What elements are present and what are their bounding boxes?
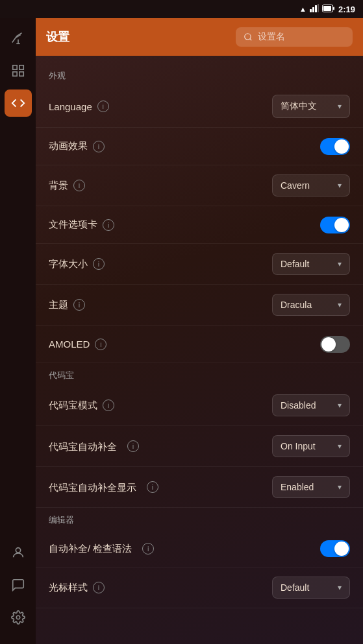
setting-label-wrap-codebook-mode: 代码宝模式 i <box>49 400 272 412</box>
info-icon-amoled[interactable]: i <box>95 339 106 350</box>
svg-rect-1 <box>312 7 314 12</box>
setting-control-font-size: Default ▾ <box>272 253 350 275</box>
setting-label-wrap-amoled: AMOLED i <box>49 339 320 350</box>
setting-label-font-size: 字体大小 <box>49 258 88 270</box>
dropdown-language[interactable]: 简体中文 ▾ <box>272 95 350 118</box>
sidebar-bottom <box>5 539 32 631</box>
info-icon-background[interactable]: i <box>73 180 85 191</box>
sidebar-item-person[interactable] <box>5 539 32 566</box>
sidebar-item-chat[interactable] <box>5 571 32 599</box>
setting-label-wrap: Language i <box>49 101 272 112</box>
setting-label-background: 背景 <box>49 180 68 192</box>
dropdown-codebook-autocomplete[interactable]: On Input ▾ <box>272 435 350 457</box>
setting-label-codebook-mode: 代码宝模式 <box>49 400 97 412</box>
info-icon-language[interactable]: i <box>97 101 109 112</box>
info-icon-animation[interactable]: i <box>93 141 105 152</box>
chevron-down-icon-codebook-mode: ▾ <box>338 401 342 410</box>
info-icon-font-size[interactable]: i <box>93 258 105 270</box>
dropdown-codebook-autocomplete-display[interactable]: Enabled ▾ <box>272 476 350 498</box>
dropdown-value-language: 简体中文 <box>281 101 332 112</box>
toggle-autocomplete-syntax[interactable] <box>320 540 350 557</box>
svg-rect-5 <box>323 6 331 11</box>
svg-line-19 <box>250 39 252 41</box>
page-title: 设置 <box>46 29 228 45</box>
status-icons: ▲ 2:19 <box>299 4 355 14</box>
setting-control-codebook-autocomplete: On Input ▾ <box>272 435 350 457</box>
setting-row-codebook-mode: 代码宝模式 i Disabled ▾ <box>36 385 363 426</box>
setting-label-codebook-autocomplete: 代码宝自动补全 <box>49 440 117 453</box>
dropdown-font-size[interactable]: Default ▾ <box>272 253 350 275</box>
info-icon-file-tab[interactable]: i <box>103 219 114 231</box>
main-layout: 设置 设置名 外观 Language i 简体 <box>0 18 363 644</box>
wifi-icon: ▲ <box>299 5 307 13</box>
setting-control-amoled <box>320 336 350 353</box>
svg-point-16 <box>16 548 20 553</box>
dropdown-background[interactable]: Cavern ▾ <box>272 174 350 197</box>
svg-point-18 <box>245 34 251 40</box>
search-placeholder: 设置名 <box>258 31 285 43</box>
svg-rect-2 <box>315 5 317 12</box>
setting-control-codebook-mode: Disabled ▾ <box>272 394 350 416</box>
setting-label-file-tab: 文件选项卡 <box>49 219 97 231</box>
setting-control-background: Cavern ▾ <box>272 174 350 197</box>
setting-label-animation: 动画效果 <box>49 140 88 152</box>
sidebar-item-telescope[interactable] <box>5 25 32 52</box>
info-icon-autocomplete-syntax[interactable]: i <box>142 543 154 555</box>
setting-label-language: Language <box>49 101 92 112</box>
section-header-codebook: 代码宝 <box>36 363 363 385</box>
setting-row-amoled: AMOLED i <box>36 326 363 363</box>
chevron-down-icon-codebook-autocomplete: ▾ <box>338 442 342 451</box>
svg-rect-12 <box>12 66 16 69</box>
dropdown-value-codebook-autocomplete-display: Enabled <box>281 482 332 492</box>
toggle-file-tab[interactable] <box>320 217 350 233</box>
sidebar-item-code[interactable] <box>5 89 32 117</box>
setting-label-wrap-font-size: 字体大小 i <box>49 258 272 270</box>
setting-control-codebook-autocomplete-display: Enabled ▾ <box>272 476 350 498</box>
search-bar[interactable]: 设置名 <box>236 27 353 47</box>
setting-label-theme: 主题 <box>49 299 68 311</box>
setting-row-background: 背景 i Cavern ▾ <box>36 165 363 206</box>
dropdown-codebook-mode[interactable]: Disabled ▾ <box>272 394 350 416</box>
info-icon-cursor-style[interactable]: i <box>93 582 105 593</box>
settings-content: 外观 Language i 简体中文 ▾ 动画效果 i <box>36 56 363 644</box>
chevron-down-icon-theme: ▾ <box>338 300 342 309</box>
info-icon-theme[interactable]: i <box>73 299 85 311</box>
toggle-thumb-autocomplete-syntax <box>334 542 349 556</box>
toggle-amoled[interactable] <box>320 336 350 353</box>
setting-label-wrap-file-tab: 文件选项卡 i <box>49 219 320 231</box>
setting-label-wrap-animation: 动画效果 i <box>49 140 320 152</box>
info-icon-codebook-autocomplete-display[interactable]: i <box>147 481 158 493</box>
status-bar: ▲ 2:19 <box>0 0 363 18</box>
search-icon <box>244 32 253 42</box>
svg-rect-14 <box>12 72 16 76</box>
setting-control-animation <box>320 138 350 155</box>
sidebar-item-settings[interactable] <box>5 604 32 631</box>
chevron-down-icon-background: ▾ <box>338 181 342 190</box>
dropdown-value-theme: Dracula <box>281 300 332 310</box>
setting-label-codebook-autocomplete-display: 代码宝自动补全显示 <box>49 481 136 494</box>
setting-row-animation: 动画效果 i <box>36 128 363 165</box>
setting-label-wrap-codebook-autocomplete: 代码宝自动补全 i <box>49 440 272 453</box>
sidebar-item-grid[interactable] <box>5 57 32 84</box>
toggle-animation[interactable] <box>320 138 350 155</box>
dropdown-cursor-style[interactable]: Default ▾ <box>272 577 350 599</box>
chevron-down-icon-cursor-style: ▾ <box>338 583 342 592</box>
dropdown-value-font-size: Default <box>281 259 332 269</box>
setting-label-wrap-theme: 主题 i <box>49 299 272 311</box>
chevron-down-icon-language: ▾ <box>338 102 342 111</box>
setting-row-autocomplete-syntax: 自动补全/ 检查语法 i <box>36 530 363 567</box>
setting-row-theme: 主题 i Dracula ▾ <box>36 285 363 326</box>
setting-row-codebook-autocomplete-display: 代码宝自动补全显示 i Enabled ▾ <box>36 467 363 508</box>
setting-control-cursor-style: Default ▾ <box>272 577 350 599</box>
toggle-thumb-amoled <box>321 337 336 352</box>
status-time: 2:19 <box>338 5 355 14</box>
info-icon-codebook-mode[interactable]: i <box>103 400 114 411</box>
dropdown-theme[interactable]: Dracula ▾ <box>272 294 350 316</box>
info-icon-codebook-autocomplete[interactable]: i <box>127 440 139 452</box>
header: 设置 设置名 <box>36 18 363 56</box>
dropdown-value-cursor-style: Default <box>281 582 332 593</box>
chevron-down-icon-font-size: ▾ <box>338 259 342 268</box>
svg-point-17 <box>16 615 20 619</box>
sidebar <box>0 18 36 644</box>
signal-icon <box>310 4 319 14</box>
